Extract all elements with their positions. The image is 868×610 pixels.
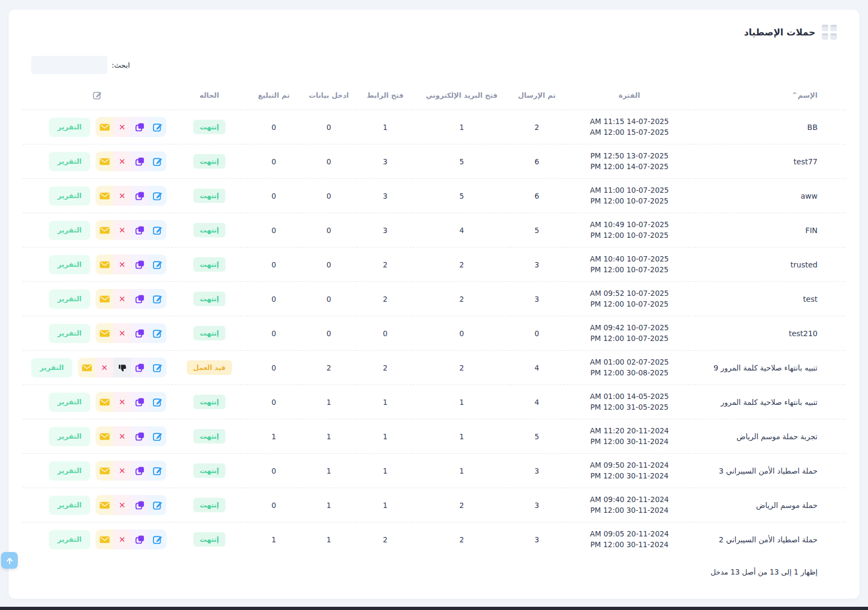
status-badge: إنتهت (193, 223, 225, 237)
pencil-square-icon (152, 191, 163, 201)
copy-button[interactable] (131, 358, 149, 377)
edit-button[interactable] (149, 323, 166, 343)
header-opened-email[interactable]: فتح البريد الإلكتروني (413, 83, 510, 110)
delete-button[interactable]: ✕ (113, 323, 131, 343)
opened-email-count: 2 (413, 488, 510, 522)
pencil-square-icon (152, 225, 163, 235)
email-button[interactable] (96, 392, 113, 412)
delete-button[interactable]: ✕ (113, 255, 131, 274)
reported-count: 0 (247, 282, 301, 316)
email-button[interactable] (96, 461, 113, 481)
report-button[interactable]: التقرير (49, 461, 90, 481)
x-icon: ✕ (119, 329, 126, 338)
report-button[interactable]: التقرير (49, 221, 90, 240)
email-button[interactable] (96, 495, 113, 515)
email-button[interactable] (96, 529, 113, 549)
report-button[interactable]: التقرير (31, 358, 72, 377)
copy-button[interactable] (131, 186, 149, 206)
email-button[interactable] (96, 255, 113, 274)
envelope-icon (99, 192, 110, 200)
campaign-period: AM 10:49 10-07-2025 PM 12:00 10-07-2025 (564, 213, 695, 248)
delete-button[interactable]: ✕ (113, 426, 131, 446)
edit-button[interactable] (149, 117, 166, 137)
table-row: حملة موسم الرياض AM 09:40 20-11-2024 PM … (23, 488, 845, 522)
report-button[interactable]: التقرير (49, 289, 90, 309)
delete-button[interactable]: ✕ (113, 392, 131, 412)
scroll-to-top-button[interactable] (1, 552, 18, 569)
report-button[interactable]: التقرير (49, 427, 90, 446)
delete-button[interactable]: ✕ (113, 186, 131, 206)
edit-button[interactable] (149, 151, 166, 171)
copy-button[interactable] (131, 255, 149, 274)
opened-email-count: 5 (413, 179, 510, 213)
copy-button[interactable] (131, 529, 149, 549)
report-button[interactable]: التقرير (49, 118, 90, 137)
delete-button[interactable]: ✕ (113, 529, 131, 549)
copy-button[interactable] (131, 289, 149, 309)
edit-button[interactable] (149, 529, 166, 549)
email-button[interactable] (96, 151, 113, 171)
header-opened-link[interactable]: فتح الرابط (357, 83, 413, 110)
email-button[interactable] (96, 289, 113, 309)
edit-button[interactable] (149, 289, 166, 309)
email-button[interactable] (96, 220, 113, 240)
edit-button[interactable] (149, 358, 166, 377)
header-reported[interactable]: تم التبليغ (247, 83, 301, 110)
copy-button[interactable] (131, 220, 149, 240)
campaign-name: حملة موسم الرياض (695, 488, 845, 522)
delete-button[interactable]: ✕ (96, 358, 113, 377)
copy-button[interactable] (131, 426, 149, 446)
entered-data-count: 0 (301, 144, 357, 179)
report-button[interactable]: التقرير (49, 186, 90, 206)
copy-button[interactable] (131, 392, 149, 412)
x-icon: ✕ (119, 500, 126, 510)
report-button[interactable]: التقرير (49, 152, 90, 171)
delete-button[interactable]: ✕ (113, 117, 131, 137)
report-button[interactable]: التقرير (49, 530, 90, 549)
status-badge: إنتهت (193, 326, 225, 340)
header-period[interactable]: الفترة (564, 83, 695, 110)
campaign-period: AM 09:50 20-11-2024 PM 12:00 30-11-2024 (564, 454, 695, 488)
email-button[interactable] (96, 117, 113, 137)
copy-button[interactable] (131, 461, 149, 481)
copy-button[interactable] (131, 117, 149, 137)
thumbs-down-button[interactable] (113, 358, 131, 377)
email-button[interactable] (78, 358, 96, 377)
sent-count: 2 (510, 110, 564, 144)
reported-count: 0 (247, 213, 301, 248)
report-button[interactable]: التقرير (49, 324, 90, 343)
delete-button[interactable]: ✕ (113, 220, 131, 240)
report-button[interactable]: التقرير (49, 255, 90, 274)
delete-button[interactable]: ✕ (113, 289, 131, 309)
edit-button[interactable] (149, 220, 166, 240)
report-button[interactable]: التقرير (49, 496, 90, 515)
copy-button[interactable] (131, 323, 149, 343)
actions-cell: ✕ التقرير (23, 144, 172, 179)
envelope-icon (99, 157, 110, 166)
copy-button[interactable] (131, 151, 149, 171)
header-name[interactable]: الإسم^ (695, 83, 845, 110)
delete-button[interactable]: ✕ (113, 495, 131, 515)
delete-button[interactable]: ✕ (113, 461, 131, 481)
sent-count: 5 (510, 213, 564, 248)
header-sent[interactable]: تم الإرسال (510, 83, 564, 110)
edit-button[interactable] (149, 186, 166, 206)
campaign-period: AM 01:00 14-05-2025 PM 12:00 31-05-2025 (564, 385, 695, 419)
email-button[interactable] (96, 426, 113, 446)
delete-button[interactable]: ✕ (113, 151, 131, 171)
header-entered-data[interactable]: ادخل بيانات (301, 83, 357, 110)
edit-button[interactable] (149, 461, 166, 481)
arrow-up-icon (5, 556, 14, 565)
header-status[interactable]: الحاله (172, 83, 247, 110)
period-start: AM 01:00 02-07-2025 (566, 357, 693, 368)
edit-button[interactable] (149, 255, 166, 274)
report-button[interactable]: التقرير (49, 393, 90, 412)
sent-count: 3 (510, 282, 564, 316)
edit-button[interactable] (149, 426, 166, 446)
edit-button[interactable] (149, 495, 166, 515)
email-button[interactable] (96, 323, 113, 343)
edit-button[interactable] (149, 392, 166, 412)
copy-button[interactable] (131, 495, 149, 515)
search-input[interactable] (31, 56, 107, 74)
email-button[interactable] (96, 186, 113, 206)
